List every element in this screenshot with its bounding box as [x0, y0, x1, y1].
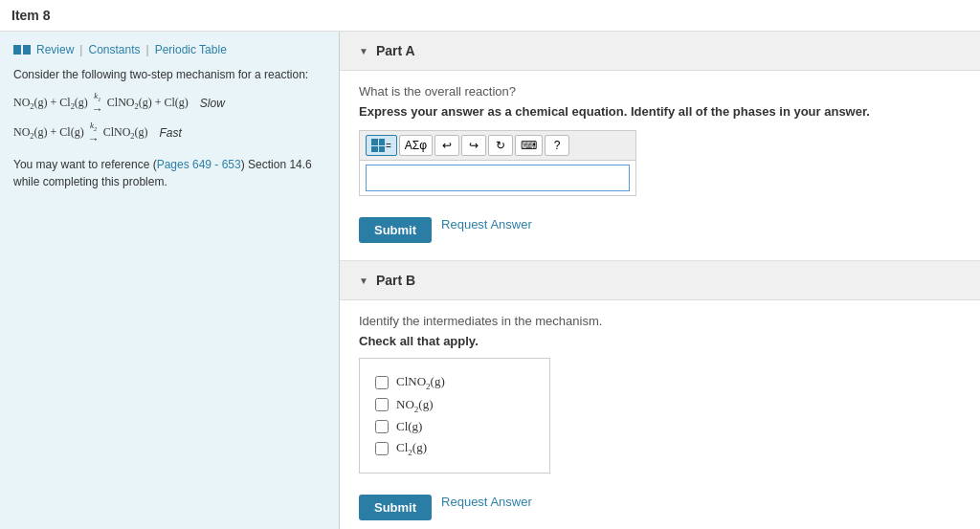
reaction2-reactants: NO2(g) + Cl(g)	[13, 125, 84, 141]
part-b-triangle: ▼	[359, 276, 368, 286]
list-item: ClNO2(g)	[375, 374, 534, 391]
symbols-btn[interactable]: ΑΣφ	[399, 135, 433, 156]
reaction1-reactants: NO2(g) + Cl2(g)	[13, 96, 88, 111]
equation-input[interactable]	[366, 165, 630, 191]
checkbox-cl[interactable]	[375, 420, 389, 433]
review-link[interactable]: Review	[36, 43, 74, 56]
redo-icon: ↪	[469, 139, 479, 152]
reaction-1: NO2(g) + Cl2(g) k1 → ClNO2(g) + Cl(g) Sl…	[13, 91, 325, 117]
divider1: |	[79, 43, 82, 56]
left-panel: Review | Constants | Periodic Table Cons…	[0, 32, 340, 529]
matrix-icon	[371, 139, 385, 152]
part-b-request-answer-link[interactable]: Request Answer	[441, 495, 532, 509]
refresh-btn[interactable]: ↻	[488, 135, 513, 156]
label-no2: NO2(g)	[396, 397, 434, 414]
constants-link[interactable]: Constants	[88, 43, 140, 56]
part-b-question: Identify the intermediates in the mechan…	[359, 314, 961, 328]
checkbox-list: ClNO2(g) NO2(g) Cl(g) Cl2(g)	[359, 358, 550, 474]
matrix-btn[interactable]: =	[366, 135, 397, 156]
eq-toolbar: = ΑΣφ ↩ ↪ ↻	[360, 131, 635, 161]
part-a-btn-row: Submit Request Answer	[359, 206, 961, 243]
part-b-submit-btn[interactable]: Submit	[359, 495, 432, 520]
checkbox-cl2[interactable]	[375, 442, 389, 455]
matrix-equals: =	[386, 141, 391, 151]
intro-text: Consider the following two-step mechanis…	[13, 66, 325, 83]
part-a-triangle: ▼	[359, 46, 368, 56]
help-btn[interactable]: ?	[545, 135, 569, 156]
toolbar-icon	[13, 45, 31, 55]
right-panel: ▼ Part A What is the overall reaction? E…	[340, 32, 980, 529]
label-cl: Cl(g)	[396, 419, 422, 434]
item-label: Item 8	[11, 8, 50, 23]
help-label: ?	[554, 139, 561, 152]
toolbar: Review | Constants | Periodic Table	[13, 43, 325, 56]
reaction1-rate: Slow	[200, 97, 225, 110]
reaction1-arrow: k1 →	[92, 91, 103, 117]
part-b-instruction: Check all that apply.	[359, 334, 961, 348]
part-b-header: ▼ Part B	[340, 261, 980, 300]
checkbox-no2[interactable]	[375, 398, 389, 411]
refresh-icon: ↻	[496, 139, 505, 152]
reaction2-rate: Fast	[159, 126, 181, 140]
list-item: Cl2(g)	[375, 440, 534, 457]
part-a-section: ▼ Part A What is the overall reaction? E…	[340, 32, 980, 261]
undo-icon: ↩	[442, 139, 452, 152]
part-a-header: ▼ Part A	[340, 32, 980, 71]
part-b-section: ▼ Part B Identify the intermediates in t…	[340, 261, 980, 529]
part-a-label: Part A	[376, 43, 415, 58]
list-item: Cl(g)	[375, 419, 534, 434]
divider2: |	[146, 43, 149, 56]
pages-link[interactable]: Pages 649 - 653	[157, 158, 241, 171]
part-b-btn-row: Submit Request Answer	[359, 483, 961, 520]
label-cl2: Cl2(g)	[396, 440, 427, 457]
equation-editor: = ΑΣφ ↩ ↪ ↻	[359, 130, 636, 196]
undo-btn[interactable]: ↩	[434, 135, 459, 156]
reaction-2: NO2(g) + Cl(g) k2 → ClNO2(g) Fast	[13, 121, 325, 146]
reaction1-products: ClNO2(g) + Cl(g)	[107, 96, 189, 111]
keyboard-icon: ⌨	[521, 139, 537, 152]
symbols-label: ΑΣφ	[405, 139, 427, 152]
keyboard-btn[interactable]: ⌨	[515, 135, 543, 156]
part-b-content: Identify the intermediates in the mechan…	[340, 300, 980, 529]
part-a-instruction: Express your answer as a chemical equati…	[359, 104, 961, 119]
part-a-request-answer-link[interactable]: Request Answer	[441, 217, 532, 231]
part-a-question: What is the overall reaction?	[359, 84, 961, 99]
reaction2-products: ClNO2(g)	[103, 125, 148, 141]
part-b-label: Part B	[376, 273, 415, 288]
checkbox-clno2[interactable]	[375, 376, 389, 389]
reference-text: You may want to reference (Pages 649 - 6…	[13, 156, 325, 190]
periodic-table-link[interactable]: Periodic Table	[155, 43, 227, 56]
redo-btn[interactable]: ↪	[461, 135, 486, 156]
label-clno2: ClNO2(g)	[396, 374, 445, 391]
list-item: NO2(g)	[375, 397, 534, 414]
part-a-submit-btn[interactable]: Submit	[359, 217, 432, 243]
reaction2-arrow: k2 →	[88, 121, 100, 146]
part-a-content: What is the overall reaction? Express yo…	[340, 71, 980, 260]
eq-input-area	[360, 161, 635, 195]
